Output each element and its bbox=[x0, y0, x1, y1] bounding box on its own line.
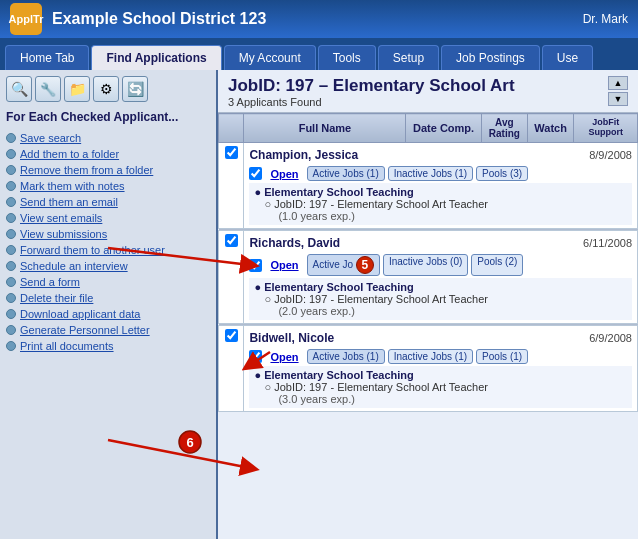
sidebar-item-generate-letter[interactable]: Generate Personnel Letter bbox=[6, 322, 210, 338]
header-user: Dr. Mark bbox=[583, 12, 628, 26]
applicant-checkbox[interactable] bbox=[225, 146, 238, 159]
header-title: Example School District 123 bbox=[52, 10, 583, 28]
tab-home[interactable]: Home Tab bbox=[5, 45, 89, 70]
bullet-icon bbox=[6, 325, 16, 335]
tab-setup[interactable]: Setup bbox=[378, 45, 439, 70]
sidebar-item-send-email[interactable]: Send them an email bbox=[6, 194, 210, 210]
tab-my-account[interactable]: My Account bbox=[224, 45, 316, 70]
sidebar-item-mark-notes[interactable]: Mark them with notes bbox=[6, 178, 210, 194]
open-link-bidwell[interactable]: Open bbox=[270, 351, 298, 363]
applicant-sub-checkbox[interactable] bbox=[249, 259, 262, 272]
sidebar-item-label: Mark them with notes bbox=[20, 180, 125, 192]
inactive-jobs-tag[interactable]: Inactive Jobs (0) bbox=[383, 254, 468, 276]
applicant-name: Richards, David bbox=[249, 236, 340, 250]
open-link[interactable]: Open bbox=[270, 168, 298, 180]
bullet-icon bbox=[6, 245, 16, 255]
sidebar-item-remove-folder[interactable]: Remove them from a folder bbox=[6, 162, 210, 178]
inactive-jobs-tag[interactable]: Inactive Jobs (1) bbox=[388, 349, 473, 364]
applicants-found: 3 Applicants Found bbox=[228, 96, 515, 108]
sidebar-item-schedule-interview[interactable]: Schedule an interview bbox=[6, 258, 210, 274]
applicants-table: Full Name Date Comp. Avg Rating Watch Jo… bbox=[218, 113, 638, 412]
job-sub: ○ JobID: 197 - Elementary School Art Tea… bbox=[254, 381, 627, 393]
tag-row: Active Jobs (1) Inactive Jobs (1) Pools … bbox=[307, 349, 529, 364]
col-header-jobfit: JobFitSupport bbox=[574, 114, 638, 143]
applicant-date: 8/9/2008 bbox=[589, 149, 632, 161]
tab-use[interactable]: Use bbox=[542, 45, 593, 70]
tab-job-postings[interactable]: Job Postings bbox=[441, 45, 540, 70]
scroll-down-btn[interactable]: ▼ bbox=[608, 92, 628, 106]
sidebar-item-label: View sent emails bbox=[20, 212, 102, 224]
content-area: JobID: 197 – Elementary School Art 3 App… bbox=[218, 70, 638, 539]
job-detail: ● Elementary School Teaching ○ JobID: 19… bbox=[249, 278, 632, 320]
applicant-date: 6/11/2008 bbox=[583, 237, 632, 249]
pools-tag[interactable]: Pools (1) bbox=[476, 349, 528, 364]
sidebar-item-view-sent-emails[interactable]: View sent emails bbox=[6, 210, 210, 226]
sidebar-item-label: Download applicant data bbox=[20, 308, 140, 320]
table-row: Bidwell, Nicole 6/9/2008 Open Active Job… bbox=[219, 326, 638, 412]
sidebar-item-print-all[interactable]: Print all documents bbox=[6, 338, 210, 354]
scroll-up-btn[interactable]: ▲ bbox=[608, 76, 628, 90]
col-header-watch: Watch bbox=[528, 114, 574, 143]
active-jobs-tag[interactable]: Active Jobs (1) bbox=[307, 349, 385, 364]
job-title: JobID: 197 – Elementary School Art bbox=[228, 76, 515, 96]
pools-tag[interactable]: Pools (3) bbox=[476, 166, 528, 181]
checkbox-cell bbox=[219, 326, 244, 412]
bullet-icon bbox=[6, 133, 16, 143]
applicant-name: Champion, Jessica bbox=[249, 148, 358, 162]
filter-icon-btn[interactable]: 🔧 bbox=[35, 76, 61, 102]
sidebar-item-add-folder[interactable]: Add them to a folder bbox=[6, 146, 210, 162]
folder-icon-btn[interactable]: 📁 bbox=[64, 76, 90, 102]
pools-tag[interactable]: Pools (2) bbox=[471, 254, 523, 276]
applicant-checkbox[interactable] bbox=[225, 329, 238, 342]
job-exp: (1.0 years exp.) bbox=[254, 210, 627, 222]
table-header-row: Full Name Date Comp. Avg Rating Watch Jo… bbox=[219, 114, 638, 143]
bullet-icon bbox=[6, 277, 16, 287]
search-icon-btn[interactable]: 🔍 bbox=[6, 76, 32, 102]
job-type: ● Elementary School Teaching bbox=[254, 281, 627, 293]
tab-tools[interactable]: Tools bbox=[318, 45, 376, 70]
job-detail: ● Elementary School Teaching ○ JobID: 19… bbox=[249, 183, 632, 225]
active-jobs-tag[interactable]: Active Jobs (1) bbox=[307, 166, 385, 181]
name-date-row: Bidwell, Nicole 6/9/2008 bbox=[249, 329, 632, 347]
tag-row: Active Jobs (1) Inactive Jobs (1) Pools … bbox=[307, 166, 529, 181]
applicant-checkbox[interactable] bbox=[225, 234, 238, 247]
scroll-buttons: ▲ ▼ bbox=[608, 76, 628, 106]
tab-find-applications[interactable]: Find Applications bbox=[91, 45, 221, 70]
open-link-row: Open Active Jobs (1) Inactive Jobs (1) P… bbox=[249, 164, 632, 183]
inactive-jobs-tag[interactable]: Inactive Jobs (1) bbox=[388, 166, 473, 181]
open-link-richards[interactable]: Open bbox=[270, 259, 298, 271]
bullet-icon bbox=[6, 149, 16, 159]
sidebar-item-delete-file[interactable]: Delete their file bbox=[6, 290, 210, 306]
sidebar-item-save-search[interactable]: Save search bbox=[6, 130, 210, 146]
job-sub: ○ JobID: 197 - Elementary School Art Tea… bbox=[254, 293, 627, 305]
table-container: Full Name Date Comp. Avg Rating Watch Jo… bbox=[218, 113, 638, 539]
sidebar-item-label: Send them an email bbox=[20, 196, 118, 208]
job-type: ● Elementary School Teaching bbox=[254, 369, 627, 381]
header: ApplTr Example School District 123 Dr. M… bbox=[0, 0, 638, 38]
applicant-name-cell: Bidwell, Nicole 6/9/2008 Open Active Job… bbox=[244, 326, 638, 412]
settings-icon-btn[interactable]: ⚙ bbox=[93, 76, 119, 102]
sidebar-item-view-submissions[interactable]: View submissions bbox=[6, 226, 210, 242]
applicant-sub-checkbox[interactable] bbox=[249, 167, 262, 180]
tag-row: Active Jo 5 Inactive Jobs (0) Pools (2) bbox=[307, 254, 524, 276]
sidebar-item-label: Remove them from a folder bbox=[20, 164, 153, 176]
open-link-row: Open Active Jobs (1) Inactive Jobs (1) P… bbox=[249, 347, 632, 366]
sidebar-item-label: Schedule an interview bbox=[20, 260, 128, 272]
sidebar-item-label: Send a form bbox=[20, 276, 80, 288]
table-row: Richards, David 6/11/2008 Open Active Jo… bbox=[219, 231, 638, 324]
active-jobs-tag[interactable]: Active Jo 5 bbox=[307, 254, 380, 276]
main-layout: 🔍 🔧 📁 ⚙ 🔄 For Each Checked Applicant... … bbox=[0, 70, 638, 539]
content-header: JobID: 197 – Elementary School Art 3 App… bbox=[218, 70, 638, 113]
applicant-sub-checkbox[interactable] bbox=[249, 350, 262, 363]
sidebar-item-forward-user[interactable]: Forward them to another user bbox=[6, 242, 210, 258]
sidebar-item-download-data[interactable]: Download applicant data bbox=[6, 306, 210, 322]
sidebar-item-label: Forward them to another user bbox=[20, 244, 165, 256]
sidebar-heading: For Each Checked Applicant... bbox=[6, 110, 210, 124]
job-exp: (3.0 years exp.) bbox=[254, 393, 627, 405]
name-date-row: Richards, David 6/11/2008 bbox=[249, 234, 632, 252]
job-sub: ○ JobID: 197 - Elementary School Art Tea… bbox=[254, 198, 627, 210]
sidebar-item-send-form[interactable]: Send a form bbox=[6, 274, 210, 290]
sidebar-item-label: Save search bbox=[20, 132, 81, 144]
sidebar: 🔍 🔧 📁 ⚙ 🔄 For Each Checked Applicant... … bbox=[0, 70, 218, 539]
refresh-icon-btn[interactable]: 🔄 bbox=[122, 76, 148, 102]
